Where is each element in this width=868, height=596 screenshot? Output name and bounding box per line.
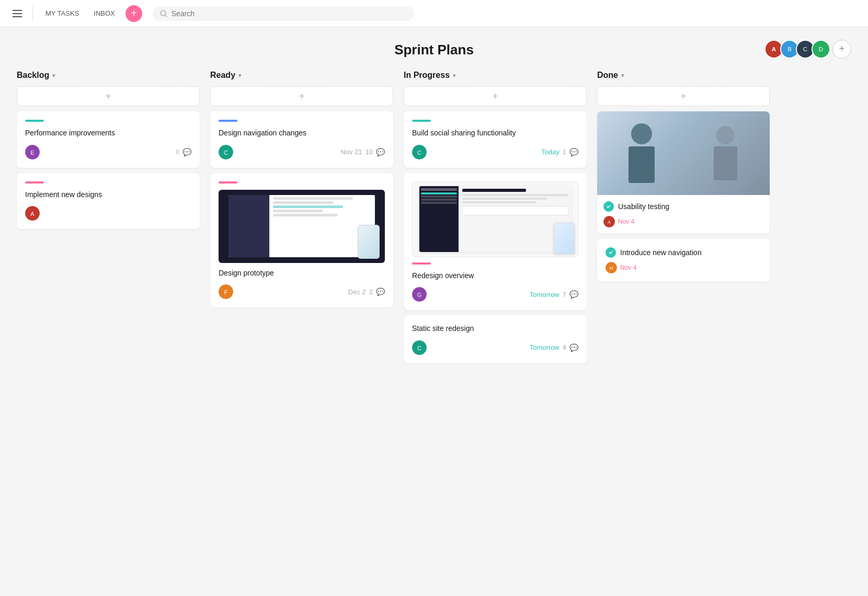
- column-header-in-progress: In Progress ▾: [404, 71, 587, 80]
- chevron-down-icon: ▾: [453, 72, 456, 79]
- search-input[interactable]: [172, 9, 407, 18]
- card-static-site-redesign[interactable]: Static site redesign C Tomorrow 4 💬: [404, 315, 587, 363]
- card-meta: Tomorrow 7 💬: [530, 290, 578, 299]
- card-color-bar: [219, 181, 237, 184]
- card-build-social-sharing[interactable]: Build social sharing functionality C Tod…: [404, 111, 587, 168]
- card-date-urgent: Tomorrow: [530, 343, 559, 351]
- column-title-backlog: Backlog: [17, 71, 49, 80]
- avatar: C: [219, 145, 233, 159]
- column-header-done: Done ▾: [597, 71, 770, 80]
- card-screenshot-image: [412, 181, 578, 257]
- comment-icon: 💬: [376, 148, 385, 156]
- avatar: E: [25, 145, 40, 159]
- card-meta: Nov 21 10 💬: [340, 148, 385, 156]
- avatar: C: [412, 145, 427, 159]
- nav-divider: [32, 6, 33, 21]
- svg-text:C: C: [224, 150, 228, 156]
- card-usability-testing[interactable]: Usability testing A Nov 4: [597, 111, 770, 234]
- card-footer: E 8 💬: [25, 145, 191, 159]
- kanban-board: Backlog ▾ + Performance improvements E 8…: [0, 71, 868, 389]
- card-title: Performance improvements: [25, 128, 191, 139]
- avatar[interactable]: D: [812, 40, 830, 59]
- card-color-bar: [25, 120, 44, 122]
- card-footer: G Tomorrow 7 💬: [412, 287, 578, 302]
- card-title: Usability testing: [618, 202, 669, 211]
- add-card-button-ready[interactable]: +: [210, 86, 393, 106]
- comment-count: 1: [563, 148, 566, 156]
- card-performance-improvements[interactable]: Performance improvements E 8 💬: [17, 111, 200, 168]
- card-photo: [597, 111, 770, 195]
- card-date: Nov 21: [340, 148, 362, 156]
- svg-text:C: C: [417, 345, 421, 351]
- card-color-bar: [25, 181, 44, 184]
- card-footer: C Tomorrow 4 💬: [412, 340, 578, 355]
- column-title-in-progress: In Progress: [404, 71, 450, 80]
- column-header-ready: Ready ▾: [210, 71, 393, 80]
- column-title-ready: Ready: [210, 71, 235, 80]
- card-color-bar: [412, 262, 431, 265]
- comment-icon: 💬: [569, 290, 578, 299]
- card-meta: Today 1 💬: [541, 148, 578, 156]
- column-header-backlog: Backlog ▾: [17, 71, 200, 80]
- card-footer: C Nov 21 10 💬: [219, 145, 385, 159]
- card-footer: F Dec 2 2 💬: [219, 284, 385, 299]
- comment-count: 7: [563, 291, 566, 299]
- page-header: Sprint Plans A B C D +: [0, 27, 868, 71]
- card-meta: Tomorrow 4 💬: [530, 343, 578, 352]
- svg-text:G: G: [417, 292, 422, 298]
- avatar: F: [219, 284, 233, 299]
- add-card-button-backlog[interactable]: +: [17, 86, 200, 106]
- done-check-icon: [606, 247, 616, 258]
- column-ready: Ready ▾ + Design navigation changes C No…: [210, 71, 393, 313]
- nav-links: MY TASKS INBOX: [39, 6, 121, 20]
- comment-icon: 💬: [376, 288, 385, 296]
- card-color-bar: [219, 120, 237, 122]
- avatar: A: [603, 216, 615, 227]
- card-introduce-new-navigation[interactable]: Introduce new navigation H Nov 4: [597, 239, 770, 282]
- hamburger-menu[interactable]: [8, 6, 26, 21]
- avatar: C: [412, 340, 427, 355]
- svg-text:A: A: [772, 46, 776, 52]
- svg-text:H: H: [610, 266, 613, 271]
- comment-count: 8: [176, 148, 179, 156]
- svg-text:C: C: [417, 150, 421, 156]
- svg-text:B: B: [787, 46, 792, 52]
- top-navigation: MY TASKS INBOX +: [0, 0, 868, 27]
- comment-count: 4: [563, 343, 566, 351]
- inbox-link[interactable]: INBOX: [87, 6, 121, 20]
- card-screenshot-image: [219, 190, 385, 263]
- comment-count: 2: [369, 288, 373, 296]
- chevron-down-icon: ▾: [238, 72, 242, 79]
- card-date: Nov 4: [620, 264, 636, 271]
- card-title: Build social sharing functionality: [412, 128, 578, 139]
- column-title-done: Done: [597, 71, 618, 80]
- comment-icon: 💬: [569, 148, 578, 156]
- svg-text:C: C: [803, 46, 807, 52]
- card-date: Dec 2: [348, 288, 366, 296]
- my-tasks-link[interactable]: MY TASKS: [39, 6, 85, 20]
- add-card-button-done[interactable]: +: [597, 86, 770, 106]
- card-implement-new-designs[interactable]: Implement new designs A: [17, 173, 200, 230]
- card-design-navigation-changes[interactable]: Design navigation changes C Nov 21 10 💬: [210, 111, 393, 168]
- card-redesign-overview[interactable]: Redesign overview G Tomorrow 7 💬: [404, 173, 587, 311]
- svg-text:A: A: [608, 220, 611, 225]
- comment-icon: 💬: [182, 148, 191, 156]
- avatar: H: [606, 262, 617, 273]
- add-member-button[interactable]: +: [832, 40, 851, 59]
- card-design-prototype[interactable]: Design prototype F Dec 2 2 💬: [210, 173, 393, 308]
- page-title: Sprint Plans: [0, 42, 868, 58]
- comment-icon: 💬: [569, 343, 578, 352]
- svg-text:A: A: [30, 211, 35, 217]
- avatar: A: [25, 206, 40, 221]
- card-title: Design navigation changes: [219, 128, 385, 139]
- card-footer: A: [25, 206, 191, 221]
- card-title: Redesign overview: [412, 271, 578, 281]
- add-task-button[interactable]: +: [125, 5, 142, 22]
- card-title: Introduce new navigation: [620, 248, 702, 257]
- card-date-urgent: Tomorrow: [530, 291, 559, 299]
- svg-line-1: [165, 15, 167, 17]
- search-bar: [153, 6, 414, 21]
- comment-count: 10: [366, 148, 373, 156]
- svg-text:F: F: [224, 289, 228, 295]
- add-card-button-in-progress[interactable]: +: [404, 86, 587, 106]
